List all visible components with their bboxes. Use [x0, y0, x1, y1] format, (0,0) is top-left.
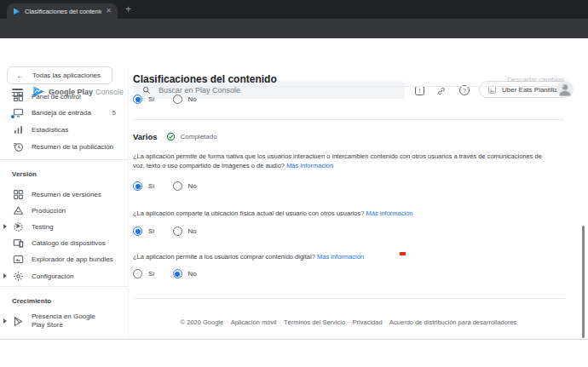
sidebar-section-version: Versión — [12, 170, 37, 178]
radio-group-q1: Sí No — [133, 181, 197, 191]
inbox-icon — [12, 106, 24, 118]
tab-strip: Clasificaciones del contenido ✕ + — [0, 0, 588, 19]
radio-group-top: Sí No — [133, 95, 197, 104]
sidebar-item-catalogo-dispositivos[interactable]: Catálogo de dispositivos — [0, 235, 128, 250]
section-status: Completado — [181, 133, 217, 140]
sidebar-item-estadisticas[interactable]: Estadísticas — [0, 122, 128, 137]
more-info-link[interactable]: Más información — [366, 209, 413, 217]
annotation-mark — [400, 252, 406, 255]
more-info-link[interactable]: Más información — [286, 162, 333, 169]
footer-link-terminos[interactable]: Términos del Servicio — [284, 318, 345, 326]
search-placeholder: Buscar en Play Console — [159, 86, 240, 95]
footer-link-app-movil[interactable]: Aplicación móvil — [231, 318, 277, 326]
tab-title: Clasificaciones del contenido — [25, 8, 101, 15]
page-title: Clasificaciones del contenido — [133, 73, 277, 85]
sidebar-item-resumen-versiones[interactable]: Resumen de versiones — [0, 186, 128, 202]
dashboard-icon — [12, 90, 24, 102]
sidebar-divider — [0, 159, 128, 160]
radio-group-q3: Sí No — [133, 269, 197, 278]
discard-changes-button[interactable]: Descartar cambios — [507, 76, 564, 83]
question-1: ¿La aplicación permite de forma nativa q… — [133, 152, 544, 170]
page-footer: © 2020 Google·Aplicación móvil·Términos … — [133, 318, 564, 326]
scrollbar-thumb[interactable] — [582, 226, 585, 338]
stats-icon — [12, 123, 24, 135]
inbox-count-badge: 5 — [112, 109, 116, 117]
radio-group-q2: Sí No — [133, 227, 197, 236]
sidebar-item-configuracion[interactable]: Configuración — [0, 268, 128, 284]
gear-icon — [12, 270, 24, 282]
sidebar-section-crecimiento: Crecimiento — [12, 297, 51, 305]
content-divider — [133, 86, 564, 87]
sidebar-divider — [0, 286, 128, 287]
radio-no[interactable] — [173, 227, 182, 236]
sidebar-item-testing[interactable]: Testing — [0, 219, 128, 234]
play-store-icon — [12, 315, 24, 327]
radio-yes[interactable] — [133, 95, 142, 104]
testing-icon — [12, 221, 24, 232]
radio-no[interactable] — [173, 269, 182, 278]
sidebar-back-all-apps[interactable]: ← Todas las aplicaciones — [7, 66, 112, 84]
browser-toolbar: ← → play.google.com/console/u/0/develope… — [0, 19, 588, 38]
more-info-link[interactable]: Más información — [317, 253, 364, 261]
footer-link-acuerdo[interactable]: Acuerdo de distribución para desarrollad… — [389, 318, 516, 326]
question-2: ¿La aplicación comparte la ubicación fís… — [133, 209, 544, 218]
history-icon — [12, 140, 24, 152]
releases-grid-icon — [12, 188, 24, 200]
browser-window: Clasificaciones del contenido ✕ + ← → pl… — [0, 0, 588, 367]
footer-divider — [133, 298, 564, 299]
sidebar-item-explorador-app-bundles[interactable]: Explorador de app bundles — [0, 251, 128, 267]
sidebar-item-presencia-play-store[interactable]: Presencia en Google Play Store — [0, 310, 128, 332]
section-title: Varios — [133, 132, 158, 141]
sidebar-item-bandeja-de-entrada[interactable]: Bandeja de entrada 5 — [0, 105, 128, 120]
devices-icon — [12, 237, 24, 249]
feedback-icon[interactable]: ! — [415, 86, 424, 95]
bundle-explorer-icon — [12, 253, 24, 265]
app-header: Google PlayConsole Buscar en Play Consol… — [0, 38, 588, 68]
bottom-action-bar: Volver Guardar Siguiente — [0, 339, 588, 367]
production-icon — [12, 204, 24, 216]
check-circle-icon — [166, 132, 176, 141]
section-header-varios: Varios Completado — [133, 132, 217, 141]
browser-tab[interactable]: Clasificaciones del contenido ✕ — [7, 3, 118, 19]
chevron-right-icon[interactable] — [3, 318, 7, 324]
section-divider — [133, 119, 564, 120]
notification-dot — [11, 115, 14, 118]
chevron-right-icon[interactable] — [3, 224, 7, 229]
radio-yes[interactable] — [133, 227, 142, 236]
link-icon[interactable] — [436, 86, 447, 96]
tab-favicon-icon — [13, 8, 20, 15]
search-icon — [142, 86, 151, 95]
radio-yes[interactable] — [133, 269, 142, 278]
radio-no[interactable] — [173, 95, 182, 104]
tab-close-icon[interactable]: ✕ — [106, 8, 112, 14]
sidebar-item-produccion[interactable]: Producción — [0, 203, 128, 218]
new-tab-button[interactable]: + — [125, 4, 131, 14]
radio-no[interactable] — [173, 181, 182, 191]
sidebar-divider-vertical — [128, 68, 129, 339]
back-arrow-icon: ← — [16, 72, 25, 80]
footer-link-privacidad[interactable]: Privacidad — [353, 318, 383, 326]
sidebar-item-resumen-publicacion[interactable]: Resumen de la publicación — [0, 139, 128, 154]
radio-yes[interactable] — [133, 181, 142, 191]
chevron-right-icon[interactable] — [3, 273, 7, 278]
account-avatar[interactable] — [556, 81, 574, 98]
sidebar-item-panel-de-control[interactable]: Panel de control — [0, 89, 128, 104]
question-3: ¿La aplicación permite a los usuarios co… — [133, 252, 544, 261]
copyright: © 2020 Google — [181, 318, 224, 326]
